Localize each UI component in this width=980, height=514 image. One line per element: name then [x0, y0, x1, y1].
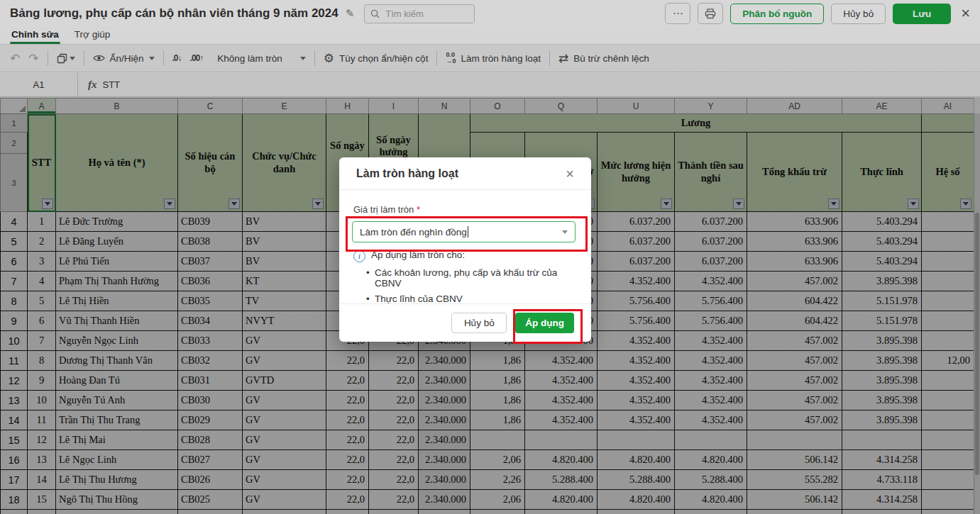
cell[interactable]: GV: [243, 430, 326, 450]
cell[interactable]: 506.142: [747, 490, 842, 510]
row-number[interactable]: 14: [1, 410, 28, 430]
cell[interactable]: 3.895.398: [842, 410, 922, 430]
cell[interactable]: 5.151.978: [842, 311, 922, 331]
row-number[interactable]: 5: [1, 232, 28, 252]
row-number[interactable]: 10: [1, 331, 28, 351]
cell[interactable]: Lê Thị Mai: [56, 430, 178, 450]
cell[interactable]: 4.352.400: [675, 331, 747, 351]
cell[interactable]: 4.352.400: [525, 351, 598, 371]
cell[interactable]: 12,00: [922, 351, 974, 371]
cell[interactable]: 4.820.400: [598, 450, 675, 470]
cell[interactable]: Phạm Thị Thanh Hường: [56, 272, 178, 291]
cell[interactable]: CB030: [178, 391, 243, 410]
filter-button[interactable]: [661, 199, 672, 209]
cell[interactable]: Lê Đăng Luyến: [56, 232, 178, 252]
cell[interactable]: 14: [28, 470, 56, 490]
cell[interactable]: 457.002: [747, 331, 842, 351]
cell[interactable]: 604.422: [747, 291, 842, 311]
cell[interactable]: 633.906: [747, 232, 842, 252]
dialog-cancel-button[interactable]: Hủy bỏ: [451, 313, 507, 333]
filter-button[interactable]: [164, 199, 175, 209]
cell[interactable]: 555.282: [747, 470, 842, 490]
header-cell-after-leave[interactable]: Thành tiền sau nghỉ: [675, 133, 747, 212]
cell[interactable]: 633.906: [747, 252, 842, 272]
cell[interactable]: GVTD: [243, 371, 326, 391]
header-group-salary[interactable]: Lương: [470, 114, 922, 133]
cell[interactable]: 633.906: [747, 212, 842, 232]
cell[interactable]: 22,0: [326, 351, 369, 371]
cell[interactable]: [56, 510, 178, 514]
cell[interactable]: 457.002: [747, 351, 842, 371]
row-number[interactable]: 12: [1, 371, 28, 391]
cell[interactable]: GV: [243, 391, 326, 410]
cell[interactable]: 4.820.400: [675, 490, 747, 510]
cell[interactable]: 4.314.258: [842, 450, 922, 470]
cell[interactable]: 5.756.400: [675, 291, 747, 311]
column-letter[interactable]: U: [598, 99, 675, 114]
cell[interactable]: CB034: [178, 311, 243, 331]
cell[interactable]: 4.820.400: [598, 490, 675, 510]
cell[interactable]: CB035: [178, 291, 243, 311]
cell[interactable]: 5.288.400: [525, 470, 598, 490]
cell[interactable]: 1,86: [470, 371, 525, 391]
row-number[interactable]: 17: [1, 470, 28, 490]
cell[interactable]: 5: [28, 291, 56, 311]
cell[interactable]: GV: [243, 331, 326, 351]
cell[interactable]: Trần Thị Thu Trang: [56, 410, 178, 430]
column-letter[interactable]: AI: [922, 99, 974, 114]
column-letter[interactable]: Q: [525, 99, 598, 114]
cell[interactable]: [525, 430, 598, 450]
cell[interactable]: BV: [243, 212, 326, 232]
cell[interactable]: 457.002: [747, 410, 842, 430]
cell[interactable]: 6.037.200: [675, 232, 747, 252]
cell[interactable]: CB037: [178, 252, 243, 272]
cell[interactable]: 9: [28, 371, 56, 391]
cell[interactable]: [598, 430, 675, 450]
cell[interactable]: 22,0: [369, 450, 419, 470]
cell[interactable]: [922, 212, 974, 232]
scrollbar-thumb[interactable]: [975, 213, 979, 475]
cell[interactable]: CB036: [178, 272, 243, 291]
cell[interactable]: [598, 510, 675, 514]
cell[interactable]: 2.340.000: [419, 430, 470, 450]
cell[interactable]: [28, 510, 56, 514]
filter-button[interactable]: [312, 199, 324, 209]
cell[interactable]: [747, 430, 842, 450]
row-number[interactable]: 9: [1, 311, 28, 331]
cell[interactable]: 4.352.400: [675, 272, 747, 291]
cell[interactable]: 22,0: [326, 430, 369, 450]
column-letter[interactable]: AD: [747, 99, 842, 114]
edit-title-icon[interactable]: ✎: [346, 7, 355, 20]
row-number[interactable]: 15: [1, 430, 28, 450]
cell[interactable]: KT: [243, 272, 326, 291]
cell[interactable]: GV: [243, 450, 326, 470]
header-cell-name[interactable]: Họ và tên (*): [56, 114, 178, 212]
cell[interactable]: [922, 232, 974, 252]
column-options-button[interactable]: ⚙ Tùy chọn ẩn/hiện cột: [324, 51, 429, 66]
cell[interactable]: 506.142: [747, 450, 842, 470]
cell[interactable]: CB027: [178, 450, 243, 470]
cell[interactable]: Hoàng Đan Tú: [56, 371, 178, 391]
cell[interactable]: [675, 430, 747, 450]
cell[interactable]: [922, 272, 974, 291]
cell[interactable]: 5.403.294: [842, 252, 922, 272]
header-cell-code[interactable]: Số hiệu cán bộ: [178, 114, 243, 212]
header-cell-factor[interactable]: Hệ số: [922, 133, 974, 212]
cell[interactable]: [842, 510, 922, 514]
filter-button[interactable]: [733, 199, 744, 209]
cell[interactable]: CB032: [178, 351, 243, 371]
cell[interactable]: Ngô Thị Thu Hồng: [56, 490, 178, 510]
cell[interactable]: Lê Đức Trường: [56, 212, 178, 232]
cell[interactable]: 6.037.200: [598, 252, 675, 272]
header-cell-stt[interactable]: STT: [28, 114, 56, 212]
cell[interactable]: 4.352.400: [598, 391, 675, 410]
cell[interactable]: 4.733.118: [842, 470, 922, 490]
cell[interactable]: GV: [243, 490, 326, 510]
header-cell-role[interactable]: Chức vụ/Chức danh: [243, 114, 326, 212]
column-letter[interactable]: H: [326, 99, 369, 114]
undo-icon[interactable]: ↶: [10, 51, 20, 66]
cell[interactable]: [326, 510, 369, 514]
cell[interactable]: GV: [243, 410, 326, 430]
column-letter[interactable]: E: [243, 99, 326, 114]
cell[interactable]: 7: [28, 331, 56, 351]
